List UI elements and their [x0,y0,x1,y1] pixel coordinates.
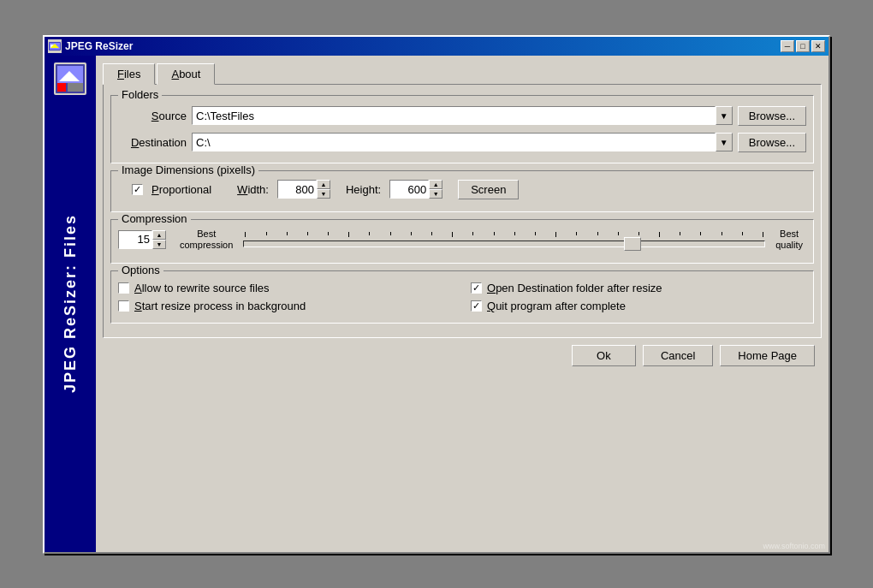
height-up-btn[interactable]: ▲ [429,180,442,189]
source-combo-wrapper: ▼ [192,106,733,125]
maximize-button[interactable]: □ [796,40,810,52]
destination-browse-button[interactable]: Browse... [738,133,806,152]
source-input[interactable] [192,106,716,125]
destination-row: Destination ▼ Browse... [118,133,806,152]
tab-files-label: Files [117,68,140,80]
proportional-checkbox[interactable]: ✓ [132,184,143,195]
compression-slider-container [243,232,765,247]
side-banner-text: JPEG ReSizer: Files [62,214,80,393]
start-background-label: Start resize process in background [134,300,306,312]
compression-slider-thumb[interactable] [624,237,641,251]
destination-combo-wrapper: ▼ [192,133,733,151]
folders-group: Folders Source ▼ Browse... Destination [110,95,814,163]
height-down-btn[interactable]: ▼ [429,189,442,199]
option-allow-rewrite[interactable]: Allow to rewrite source files [118,282,454,294]
allow-rewrite-label: Allow to rewrite source files [134,282,270,294]
compression-group: Compression ▲ ▼ Bestcompression [110,219,814,264]
screen-button[interactable]: Screen [458,180,519,199]
width-input[interactable] [277,180,317,199]
destination-input[interactable] [192,133,716,151]
tab-files[interactable]: Files [103,63,155,85]
tab-about-label: About [171,68,200,80]
app-logo-icon [54,62,86,95]
bottom-buttons: Ok Cancel Home Page [103,338,822,373]
close-button[interactable]: ✕ [811,40,825,52]
svg-rect-9 [68,83,83,92]
width-down-btn[interactable]: ▼ [317,189,330,199]
option-start-background[interactable]: Start resize process in background [118,300,454,312]
quit-after-checkbox[interactable]: ✓ [471,300,482,312]
ok-button[interactable]: Ok [572,345,636,366]
source-row: Source ▼ Browse... [118,106,806,126]
compression-input[interactable] [118,230,152,249]
quit-after-label: Quit program after complete [487,300,626,312]
open-destination-label: Open Destination folder after resize [487,282,662,294]
compression-down-btn[interactable]: ▼ [152,240,166,249]
compression-up-btn[interactable]: ▲ [152,230,166,240]
option-quit-after[interactable]: ✓ Quit program after complete [471,300,806,312]
width-up-btn[interactable]: ▲ [317,180,330,189]
watermark: www.softonio.com [763,542,825,550]
cancel-button[interactable]: Cancel [643,345,713,366]
options-group: Options Allow to rewrite source files ✓ … [110,270,814,324]
start-background-checkbox[interactable] [118,300,129,312]
source-label: Source [118,110,187,122]
source-dropdown-btn[interactable]: ▼ [716,106,733,125]
option-open-destination[interactable]: ✓ Open Destination folder after resize [471,282,806,294]
allow-rewrite-checkbox[interactable] [118,282,129,294]
destination-dropdown-btn[interactable]: ▼ [716,133,733,151]
best-quality-label: Bestquality [775,229,803,251]
image-dimensions-group: Image Dimensions (pixells) ✓ Proportiona… [110,170,814,212]
best-compression-label: Bestcompression [180,229,233,251]
open-destination-checkbox[interactable]: ✓ [471,282,482,294]
dimensions-row: ✓ Proportional Width: ▲ ▼ Height: [118,175,806,205]
destination-label: Destination [118,136,187,149]
folders-group-label: Folders [118,88,162,101]
compression-slider[interactable] [243,241,765,247]
side-banner: JPEG ReSizer: Files [45,56,96,552]
window-icon [48,39,62,53]
image-dimensions-label: Image Dimensions (pixells) [118,163,258,176]
svg-rect-8 [57,83,66,92]
proportional-label: Proportional [151,183,211,196]
tab-bar: Files About [103,62,822,84]
width-spinner: ▲ ▼ [277,180,330,199]
compression-row: ▲ ▼ Bestcompression [118,223,806,256]
height-input[interactable] [389,180,429,199]
options-group-label: Options [118,264,163,276]
minimize-button[interactable]: ─ [781,40,794,52]
home-page-button[interactable]: Home Page [720,345,815,366]
tab-content-files: Folders Source ▼ Browse... Destination [103,84,822,338]
tab-about[interactable]: About [157,63,215,85]
window-title: JPEG ReSizer [65,40,781,52]
width-label: Width: [237,183,269,196]
options-grid: Allow to rewrite source files ✓ Open Des… [118,275,806,316]
source-browse-button[interactable]: Browse... [738,106,806,126]
compression-group-label: Compression [118,212,191,225]
height-label: Height: [346,183,381,196]
height-spinner: ▲ ▼ [389,180,442,199]
compression-spinner: ▲ ▼ [118,230,166,249]
